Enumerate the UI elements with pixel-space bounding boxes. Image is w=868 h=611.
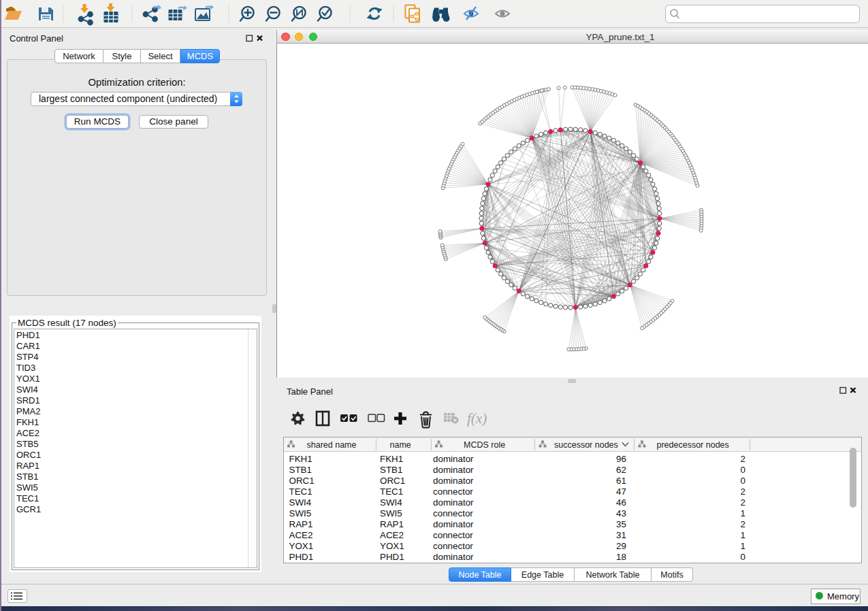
svg-text:f(x): f(x) (467, 410, 487, 427)
